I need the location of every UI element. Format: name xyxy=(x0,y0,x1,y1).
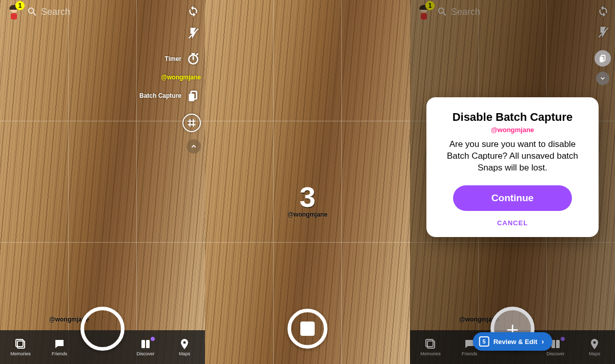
expand-tools-button[interactable] xyxy=(596,72,609,85)
discover-icon xyxy=(139,338,152,350)
watermark: @wongmjane xyxy=(288,211,327,218)
watermark-handle: @wongmjane xyxy=(161,74,201,81)
nav-memories[interactable]: Memories xyxy=(4,338,37,356)
review-label: Review & Edit xyxy=(494,338,538,346)
camera-tools-column: Timer @wongmjane Batch Capture xyxy=(139,51,201,154)
search-button[interactable]: Search xyxy=(27,6,70,17)
nav-maps[interactable]: Maps xyxy=(168,338,201,356)
countdown-number: 3 xyxy=(299,180,315,213)
batch-count: 5 xyxy=(479,336,489,347)
nav-friends[interactable]: Friends xyxy=(43,338,76,356)
flip-camera-icon[interactable] xyxy=(186,3,201,18)
cancel-button[interactable]: CANCEL xyxy=(440,219,585,227)
svg-rect-1 xyxy=(11,13,17,19)
nav-label: Discover xyxy=(136,351,154,356)
nav-label: Friends xyxy=(52,351,67,356)
svg-rect-4 xyxy=(192,53,195,55)
stop-capture-button[interactable] xyxy=(288,309,327,349)
camera-tools-column xyxy=(594,50,611,85)
map-pin-icon xyxy=(178,338,191,350)
nav-label: Maps xyxy=(179,351,190,356)
dialog-title: Disable Batch Capture xyxy=(440,111,585,124)
grid-toggle-button[interactable] xyxy=(182,114,201,132)
profile-avatar[interactable]: 1 xyxy=(5,3,23,20)
search-placeholder: Search xyxy=(41,7,70,17)
continue-button[interactable]: Continue xyxy=(453,185,572,211)
batch-capture-label: Batch Capture xyxy=(139,92,181,99)
memories-icon xyxy=(14,338,27,350)
batch-capture-active-icon[interactable] xyxy=(594,50,611,67)
timer-icon xyxy=(186,51,201,67)
batch-capture-button[interactable]: Batch Capture xyxy=(139,88,201,103)
chat-icon xyxy=(53,338,66,350)
svg-rect-8 xyxy=(189,94,194,101)
stop-icon xyxy=(300,322,315,336)
disable-batch-capture-dialog: Disable Batch Capture @wongmjane Are you… xyxy=(426,97,599,237)
capture-button[interactable] xyxy=(80,307,125,351)
review-edit-button[interactable]: 5 Review & Edit › xyxy=(473,332,552,351)
grid-icon xyxy=(182,114,201,132)
top-right-icons xyxy=(186,3,201,41)
notification-dot xyxy=(151,337,155,341)
svg-rect-17 xyxy=(600,57,604,62)
chevron-up-icon xyxy=(190,142,198,151)
camera-screen-dialog: 1 Search Disable Batch Capture @wongmjan… xyxy=(410,0,615,364)
notification-badge: 1 xyxy=(15,1,25,10)
flash-off-icon[interactable] xyxy=(186,26,201,41)
collapse-tools-button[interactable] xyxy=(187,139,201,154)
timer-label: Timer xyxy=(165,55,181,62)
shutter-ring-icon xyxy=(80,307,125,351)
dialog-body: Are you sure you want to disable Batch C… xyxy=(440,139,585,174)
chevron-down-icon xyxy=(599,75,606,82)
camera-screen-tools: 1 Search Timer @wongmjane Batch Capture xyxy=(0,0,205,364)
top-bar: 1 Search xyxy=(0,3,205,20)
nav-discover[interactable]: Discover xyxy=(129,338,162,356)
timer-button[interactable]: Timer xyxy=(165,51,201,67)
svg-rect-12 xyxy=(146,340,150,348)
search-icon xyxy=(27,6,38,17)
nav-label: Memories xyxy=(10,351,31,356)
svg-rect-11 xyxy=(141,340,145,348)
chevron-right-icon: › xyxy=(542,337,544,346)
svg-line-6 xyxy=(197,54,198,55)
dialog-handle: @wongmjane xyxy=(440,126,585,134)
batch-capture-icon xyxy=(186,88,201,103)
camera-screen-countdown: 3 @wongmjane xyxy=(205,0,410,364)
